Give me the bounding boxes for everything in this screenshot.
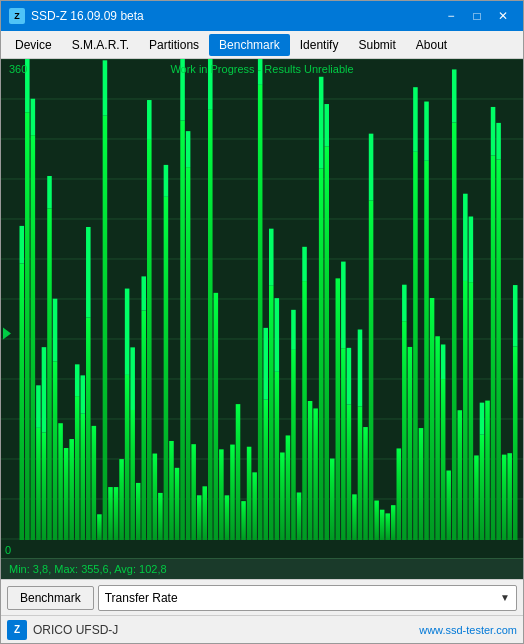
dropdown-value: Transfer Rate (105, 591, 178, 605)
menu-about[interactable]: About (406, 34, 457, 56)
stats-bar: Min: 3,8, Max: 355,6, Avg: 102,8 (1, 558, 523, 579)
menu-identify[interactable]: Identify (290, 34, 349, 56)
benchmark-chart (1, 59, 523, 558)
chart-title-label: Work in Progress - Results Unreliable (1, 63, 523, 75)
chart-zero-label: 0 (5, 544, 11, 556)
title-bar: Z SSD-Z 16.09.09 beta − □ ✕ (1, 1, 523, 31)
menu-submit[interactable]: Submit (348, 34, 405, 56)
window-controls: − □ ✕ (439, 6, 515, 26)
benchmark-button[interactable]: Benchmark (7, 586, 94, 610)
minimize-button[interactable]: − (439, 6, 463, 26)
status-app-icon: Z (7, 620, 27, 640)
menu-bar: Device S.M.A.R.T. Partitions Benchmark I… (1, 31, 523, 59)
menu-partitions[interactable]: Partitions (139, 34, 209, 56)
transfer-type-dropdown[interactable]: Transfer Rate ▼ (98, 585, 517, 611)
chart-area: 360 Work in Progress - Results Unreliabl… (1, 59, 523, 558)
chevron-down-icon: ▼ (500, 592, 510, 603)
close-button[interactable]: ✕ (491, 6, 515, 26)
menu-device[interactable]: Device (5, 34, 62, 56)
menu-benchmark[interactable]: Benchmark (209, 34, 290, 56)
status-bar: Z ORICO UFSD-J www.ssd-tester.com (1, 615, 523, 643)
app-icon: Z (9, 8, 25, 24)
maximize-button[interactable]: □ (465, 6, 489, 26)
menu-smart[interactable]: S.M.A.R.T. (62, 34, 139, 56)
status-website: www.ssd-tester.com (419, 624, 517, 636)
bottom-toolbar: Benchmark Transfer Rate ▼ (1, 579, 523, 615)
status-device: ORICO UFSD-J (33, 623, 118, 637)
stats-text: Min: 3,8, Max: 355,6, Avg: 102,8 (9, 563, 167, 575)
main-window: Z SSD-Z 16.09.09 beta − □ ✕ Device S.M.A… (0, 0, 524, 644)
window-title: SSD-Z 16.09.09 beta (31, 9, 439, 23)
